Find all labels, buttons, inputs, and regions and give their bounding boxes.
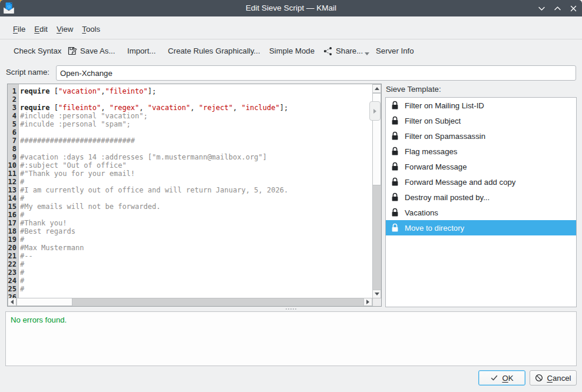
template-item-label: Move to directory [405,224,464,232]
line-number: 9 [8,153,18,161]
template-item-forward-message-and-add-copy[interactable]: Forward Message and add copy [386,174,576,190]
editor-line-10: 10#:subject "Out of office" [8,161,371,170]
line-code: # [18,260,24,268]
scroll-down-arrow[interactable] [372,290,381,298]
line-code: # [18,235,24,244]
menu-edit[interactable]: Edit [34,25,48,34]
menu-view[interactable]: View [57,25,73,34]
editor-line-1: 1require ["vacation","fileinto"]; [8,87,371,95]
editor-line-8: 8 [8,145,371,153]
lock-icon [391,208,399,217]
toolbar-simple-mode-button[interactable]: Simple Mode [269,39,315,62]
template-item-filter-on-mailing-list-id[interactable]: Filter on Mailing List-ID [386,98,576,113]
script-name-row: Script name: [0,62,582,84]
template-item-move-to-directory[interactable]: Move to directory [386,220,576,235]
line-code: # [18,178,24,186]
menu-tools[interactable]: Tools [82,25,100,34]
line-code: #:subject "Out of office" [18,161,127,170]
editor-line-5: 5#inculde :personal "spam"; [8,120,371,128]
template-item-forward-message[interactable]: Forward Message [386,159,576,174]
template-item-filter-on-spamassassin[interactable]: Filter on Spamassassin [386,128,576,144]
toolbar-import-button[interactable]: Import... [127,39,156,62]
line-number: 3 [8,104,18,112]
line-number: 13 [8,186,18,194]
line-number: 16 [8,211,18,219]
cancel-icon [535,374,543,382]
line-number: 4 [8,112,18,120]
lock-icon [391,177,399,187]
scroll-up-arrow[interactable] [372,84,381,93]
template-item-label: Vacations [405,208,438,217]
editor-line-7: 7########################### [8,137,371,145]
editor-line-3: 3require ["fileinto", "regex", "vacation… [8,104,371,112]
line-code [18,128,20,137]
toolbar-button-label: Save As... [80,46,115,55]
horizontal-scrollbar-thumb[interactable] [16,298,72,306]
scroll-right-arrow[interactable] [363,298,372,306]
line-code: #"Thank you for your email! [18,170,135,178]
line-number: 8 [8,145,18,153]
toolbar-share-button[interactable]: Share... [323,39,369,62]
editor-line-19: 19# [8,235,371,244]
scroll-left-arrow[interactable] [8,298,16,306]
chevron-up-icon [554,5,561,12]
editor-text-area[interactable]: 1require ["vacation","fileinto"];23requi… [8,84,371,298]
template-item-flag-messages[interactable]: Flag messages [386,144,576,159]
dialog-button-row: OK Cancel [0,366,582,392]
editor-line-9: 9#vacation :days 14 :addresses ["m.muste… [8,153,371,161]
lock-icon [391,192,399,202]
splitter-handle[interactable] [283,308,299,310]
ok-button[interactable]: OK [478,370,525,386]
toolbar-button-label: Server Info [376,46,414,55]
line-code: #-- [18,252,33,260]
toolbar-save-as-button[interactable]: Save As... [67,39,115,62]
line-number: 5 [8,120,18,128]
line-code [18,95,20,104]
script-name-label: Script name: [6,62,49,84]
editor-line-24: 24# [8,277,371,285]
editor-line-21: 21#-- [8,252,371,260]
editor-line-4: 4#include :personal "vacation"; [8,112,371,120]
editor-line-15: 15#My emails will not be forwarded. [8,202,371,211]
editor-line-23: 23# [8,268,371,277]
toolbar-server-info-button[interactable]: Server Info [376,39,414,62]
sieve-script-editor[interactable]: 1require ["vacation","fileinto"];23requi… [7,84,382,307]
minimize-button[interactable] [534,0,550,16]
close-button[interactable] [566,0,581,16]
line-code [18,145,20,153]
maximize-button[interactable] [550,0,566,16]
editor-horizontal-scrollbar[interactable] [8,298,372,306]
close-icon [570,5,577,12]
editor-line-11: 11#"Thank you for your email! [8,170,371,178]
editor-line-14: 14# [8,194,371,202]
line-code: # [18,268,24,277]
line-number: 25 [8,285,18,293]
template-item-filter-on-subject[interactable]: Filter on Subject [386,113,576,128]
menu-file[interactable]: File [13,25,25,34]
line-number: 17 [8,219,18,227]
line-number: 23 [8,268,18,277]
editor-line-18: 18#Best regards [8,227,371,235]
toolbar-button-label: Share... [336,46,363,55]
line-code: #My emails will not be forwarded. [18,202,160,211]
line-code: #include :personal "vacation"; [18,112,148,120]
cancel-button[interactable]: Cancel [530,370,577,386]
editor-line-12: 12# [8,178,371,186]
toolbar-create-rules-graphically-button[interactable]: Create Rules Graphically... [168,39,260,62]
line-number: 19 [8,235,18,244]
template-panel-collapser-button[interactable] [369,101,381,121]
line-number: 18 [8,227,18,235]
sieve-template-label: Sieve Template: [386,84,441,97]
script-name-input[interactable] [56,65,576,81]
line-number: 2 [8,95,18,104]
template-item-destroy-mail-posted-by[interactable]: Destroy mail posted by... [386,190,576,205]
template-item-label: Destroy mail posted by... [405,193,490,202]
line-code: #vacation :days 14 :addresses ["m.muster… [18,153,267,161]
template-item-label: Filter on Spamassassin [405,132,485,141]
line-number: 14 [8,194,18,202]
editor-line-13: 13#I am currently out of office and will… [8,186,371,194]
editor-line-22: 22# [8,260,371,268]
template-item-vacations[interactable]: Vacations [386,205,576,220]
toolbar-check-syntax-button[interactable]: Check Syntax [14,39,61,62]
toolbar-button-label: Check Syntax [14,46,61,55]
